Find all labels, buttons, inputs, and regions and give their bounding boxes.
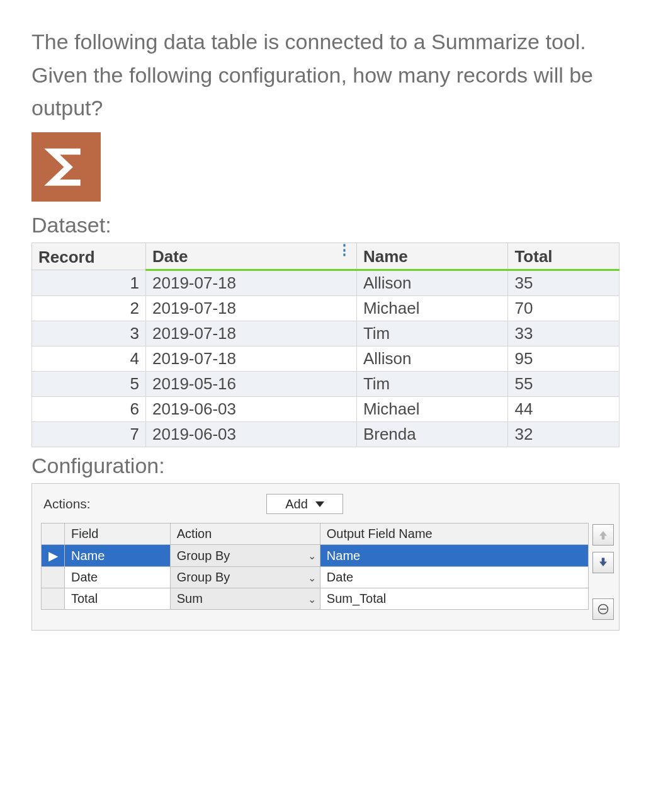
cell-total: 44	[508, 397, 620, 422]
config-header-output[interactable]: Output Field Name	[320, 523, 588, 545]
add-dropdown[interactable]: Add	[266, 494, 343, 514]
chevron-down-icon: ⌄	[308, 593, 316, 605]
dataset-table: Record Date ⋮ Name Total 12019-07-18Alli…	[31, 243, 620, 447]
config-row[interactable]: TotalSum⌄Sum_Total	[42, 588, 589, 610]
dataset-header-record[interactable]: Record	[32, 243, 146, 270]
add-dropdown-label: Add	[285, 497, 308, 512]
dataset-label: Dataset:	[31, 213, 620, 237]
cell-total: 32	[508, 422, 620, 447]
cell-date: 2019-07-18	[146, 270, 357, 296]
cell-date: 2019-07-18	[146, 321, 357, 346]
chevron-down-icon: ⌄	[308, 571, 316, 583]
cell-date: 2019-07-18	[146, 346, 357, 372]
cell-record: 5	[32, 372, 146, 397]
cell-total: 95	[508, 346, 620, 372]
table-row[interactable]: 22019-07-18Michael70	[32, 296, 620, 321]
config-field-cell[interactable]: Date	[65, 567, 171, 588]
table-row[interactable]: 42019-07-18Allison95	[32, 346, 620, 372]
cell-record: 2	[32, 296, 146, 321]
cell-record: 3	[32, 321, 146, 346]
config-header-action[interactable]: Action	[170, 523, 320, 545]
cell-total: 55	[508, 372, 620, 397]
config-action-cell[interactable]: Sum⌄	[170, 588, 320, 610]
row-marker	[42, 588, 65, 610]
cell-total: 35	[508, 270, 620, 296]
cell-total: 70	[508, 296, 620, 321]
config-header-marker	[42, 523, 65, 545]
cell-name: Brenda	[356, 422, 508, 447]
config-output-cell[interactable]: Sum_Total	[320, 588, 588, 610]
row-marker: ▶	[42, 545, 65, 567]
dataset-header-total[interactable]: Total	[508, 243, 620, 270]
table-row[interactable]: 52019-05-16Tim55	[32, 372, 620, 397]
table-row[interactable]: 72019-06-03Brenda32	[32, 422, 620, 447]
cell-date: 2019-06-03	[146, 422, 357, 447]
row-marker	[42, 567, 65, 588]
chevron-down-icon: ⌄	[308, 550, 316, 562]
config-action-cell[interactable]: Group By⌄	[170, 567, 320, 588]
column-menu-icon[interactable]: ⋮	[334, 247, 350, 253]
cell-record: 1	[32, 270, 146, 296]
dataset-header-date[interactable]: Date ⋮	[146, 243, 357, 270]
cell-total: 33	[508, 321, 620, 346]
config-field-cell[interactable]: Total	[65, 588, 171, 610]
move-up-button[interactable]	[592, 524, 614, 546]
config-output-cell[interactable]: Date	[320, 567, 588, 588]
configuration-label: Configuration:	[31, 454, 620, 478]
config-row[interactable]: DateGroup By⌄Date	[42, 567, 589, 588]
config-output-cell[interactable]: Name	[320, 545, 588, 567]
summarize-tool-icon	[31, 132, 101, 202]
move-down-button[interactable]	[592, 552, 614, 573]
question-text: The following data table is connected to…	[31, 25, 620, 125]
table-row[interactable]: 32019-07-18Tim33	[32, 321, 620, 346]
cell-name: Michael	[356, 296, 508, 321]
cell-record: 6	[32, 397, 146, 422]
actions-label: Actions:	[43, 496, 91, 512]
cell-date: 2019-06-03	[146, 397, 357, 422]
table-row[interactable]: 12019-07-18Allison35	[32, 270, 620, 296]
cell-record: 4	[32, 346, 146, 372]
cell-name: Tim	[356, 321, 508, 346]
cell-date: 2019-05-16	[146, 372, 357, 397]
config-action-cell[interactable]: Group By⌄	[170, 545, 320, 567]
dataset-header-name[interactable]: Name	[356, 243, 508, 270]
chevron-down-icon	[315, 501, 324, 507]
config-grid[interactable]: Field Action Output Field Name ▶NameGrou…	[41, 523, 589, 610]
dataset-header-date-label: Date	[152, 247, 188, 266]
cell-date: 2019-07-18	[146, 296, 357, 321]
config-panel: Actions: Add Field Action Output Field N…	[31, 483, 620, 631]
config-header-field[interactable]: Field	[65, 523, 171, 545]
cell-name: Tim	[356, 372, 508, 397]
cell-name: Allison	[356, 270, 508, 296]
config-row[interactable]: ▶NameGroup By⌄Name	[42, 545, 589, 567]
table-row[interactable]: 62019-06-03Michael44	[32, 397, 620, 422]
remove-button[interactable]	[592, 598, 614, 620]
cell-name: Michael	[356, 397, 508, 422]
config-field-cell[interactable]: Name	[65, 545, 171, 567]
cell-name: Allison	[356, 346, 508, 372]
cell-record: 7	[32, 422, 146, 447]
